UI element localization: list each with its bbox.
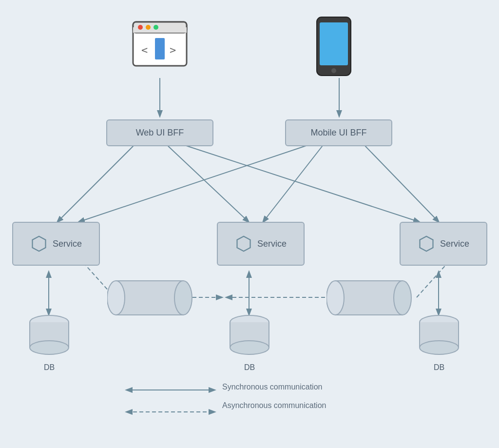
queue-right [326,280,412,317]
svg-point-35 [174,281,192,315]
svg-rect-26 [155,38,165,59]
svg-line-4 [180,144,419,222]
svg-rect-33 [116,281,183,315]
service-label-right: Service [440,239,469,249]
legend-async-label: Asynchronous communication [222,401,326,410]
db-label-center: DB [229,363,270,372]
web-browser-icon: < > [131,19,189,75]
svg-point-23 [154,25,158,30]
service-box-left: Service [12,222,100,266]
svg-point-38 [394,281,411,315]
mobile-ui-bff-box: Mobile UI BFF [285,119,392,146]
service-box-right: Service [400,222,487,266]
svg-point-43 [30,341,69,354]
db-center: DB [229,314,270,372]
legend-async: Asynchronous communication [127,401,326,410]
queue-left [107,280,192,317]
legend-sync-label: Synchronous communication [222,383,322,391]
db-label-right: DB [418,363,460,372]
svg-line-2 [58,144,135,222]
legend-sync: Synchronous communication [127,383,326,391]
legend: Synchronous communication Asynchronous c… [127,383,326,410]
svg-point-21 [138,25,143,30]
db-label-left: DB [28,363,70,372]
hexagon-icon-right [418,235,435,253]
hexagon-icon-left [30,235,48,253]
svg-point-37 [326,281,344,315]
svg-text:<: < [141,44,148,56]
svg-point-48 [230,341,269,354]
web-ui-bff-label: Web UI BFF [136,128,184,138]
svg-line-7 [363,144,439,222]
svg-line-3 [166,144,249,222]
svg-marker-30 [32,236,45,252]
service-label-center: Service [257,239,287,249]
mobile-ui-bff-label: Mobile UI BFF [310,128,366,138]
hexagon-icon-center [235,235,252,253]
svg-marker-31 [237,236,250,252]
db-left: DB [28,314,70,372]
db-right: DB [418,314,460,372]
svg-point-53 [420,341,459,354]
service-box-center: Service [217,222,305,266]
svg-line-6 [263,144,324,222]
svg-rect-36 [335,281,403,315]
diagram-container: < > Web UI BFF Mobile UI BFF Service [0,0,499,448]
web-ui-bff-box: Web UI BFF [106,119,213,146]
mobile-device-icon [312,15,356,80]
svg-rect-28 [320,22,348,65]
svg-point-29 [331,68,336,73]
svg-line-5 [79,144,312,222]
service-label-left: Service [53,239,82,249]
svg-point-22 [146,25,151,30]
svg-point-34 [107,281,125,315]
svg-text:>: > [170,44,176,56]
svg-marker-32 [420,236,433,252]
